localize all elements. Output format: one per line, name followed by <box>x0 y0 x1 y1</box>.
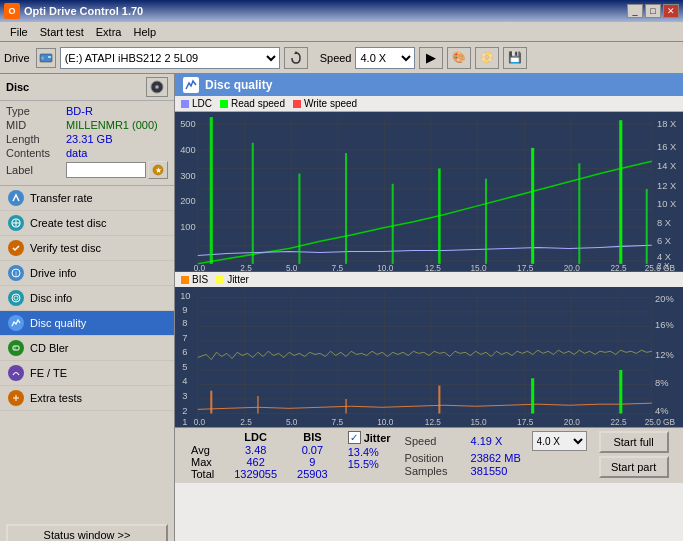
mid-value: MILLENMR1 (000) <box>66 119 158 131</box>
disc-type-row: Type BD-R <box>6 105 168 117</box>
speed-stat-label: Speed <box>405 435 465 447</box>
svg-text:12 X: 12 X <box>657 181 676 191</box>
disc-contents-row: Contents data <box>6 147 168 159</box>
nav-fe-te[interactable]: FE / TE <box>0 361 174 386</box>
upper-chart: 500 400 300 200 100 18 X 16 X 14 X 12 X … <box>175 112 683 272</box>
play-button[interactable]: ▶ <box>419 47 443 69</box>
read-speed-label: Read speed <box>231 98 285 109</box>
nav-fe-te-label: FE / TE <box>30 367 67 379</box>
left-panel: Disc Type BD-R MID MILLENMR1 (000) Lengt… <box>0 74 175 541</box>
col-header-bis: BIS <box>287 431 338 444</box>
legend-read-speed: Read speed <box>220 98 285 109</box>
nav-verify-test-disc[interactable]: Verify test disc <box>0 236 174 261</box>
nav-transfer-rate-label: Transfer rate <box>30 192 93 204</box>
svg-text:3: 3 <box>182 391 187 401</box>
svg-text:400: 400 <box>180 145 196 155</box>
jitter-avg: 13.4% <box>348 446 391 458</box>
upper-chart-legend: LDC Read speed Write speed <box>175 96 683 112</box>
maximize-button[interactable]: □ <box>645 4 661 18</box>
nav-disc-quality[interactable]: Disc quality <box>0 311 174 336</box>
svg-text:8 X: 8 X <box>657 218 671 228</box>
start-full-button[interactable]: Start full <box>599 431 669 453</box>
right-panel: Disc quality LDC Read speed Write speed <box>175 74 683 541</box>
lower-chart-legend: BIS Jitter <box>175 272 683 287</box>
drive-info-icon: i <box>8 265 24 281</box>
cd-bler-icon <box>8 340 24 356</box>
transfer-rate-icon <box>8 190 24 206</box>
menu-extra[interactable]: Extra <box>90 24 128 40</box>
disc-color-button[interactable]: 🎨 <box>447 47 471 69</box>
jitter-checkbox[interactable]: ✓ <box>348 431 361 444</box>
close-button[interactable]: ✕ <box>663 4 679 18</box>
jitter-header-row: ✓ Jitter <box>348 431 391 444</box>
svg-text:20.0: 20.0 <box>564 264 581 271</box>
minimize-button[interactable]: _ <box>627 4 643 18</box>
menu-start-test[interactable]: Start test <box>34 24 90 40</box>
start-part-button[interactable]: Start part <box>599 456 669 478</box>
extra-tests-icon <box>8 390 24 406</box>
disc-quality-button[interactable]: 📀 <box>475 47 499 69</box>
label-edit-button[interactable]: ★ <box>148 161 168 179</box>
svg-text:4: 4 <box>182 376 187 386</box>
nav-drive-info[interactable]: i Drive info <box>0 261 174 286</box>
disc-label-row: Label ★ <box>6 161 168 179</box>
speed-label: Speed <box>320 52 352 64</box>
save-button[interactable]: 💾 <box>503 47 527 69</box>
svg-point-6 <box>156 86 158 88</box>
samples-value: 381550 <box>471 465 526 477</box>
menu-help[interactable]: Help <box>127 24 162 40</box>
jitter-max: 15.5% <box>348 458 391 470</box>
total-bis: 25903 <box>287 468 338 480</box>
nav-cd-bler[interactable]: CD Bler <box>0 336 174 361</box>
nav-create-test-disc[interactable]: Create test disc <box>0 211 174 236</box>
svg-text:17.5: 17.5 <box>517 264 534 271</box>
svg-text:200: 200 <box>180 196 196 206</box>
nav-extra-tests[interactable]: Extra tests <box>0 386 174 411</box>
disc-section-header: Disc <box>0 74 174 101</box>
create-test-disc-icon <box>8 215 24 231</box>
svg-text:10: 10 <box>180 291 190 301</box>
jitter-section: ✓ Jitter 13.4% 15.5% <box>348 431 391 470</box>
svg-text:2.5: 2.5 <box>240 264 252 271</box>
disc-label: Disc <box>6 81 29 93</box>
svg-point-14 <box>12 294 20 302</box>
disc-label-key: Label <box>6 164 66 176</box>
max-label: Max <box>181 456 224 468</box>
length-value: 23.31 GB <box>66 133 112 145</box>
svg-text:8%: 8% <box>655 378 668 388</box>
status-window-button[interactable]: Status window >> <box>6 524 168 541</box>
fe-te-icon <box>8 365 24 381</box>
nav-create-test-disc-label: Create test disc <box>30 217 106 229</box>
main-content: Disc Type BD-R MID MILLENMR1 (000) Lengt… <box>0 74 683 541</box>
svg-text:16 X: 16 X <box>657 142 676 152</box>
max-ldc: 462 <box>224 456 287 468</box>
disc-label-input[interactable] <box>66 162 146 178</box>
nav-disc-quality-label: Disc quality <box>30 317 86 329</box>
mid-label: MID <box>6 119 66 131</box>
drive-refresh-button[interactable] <box>284 47 308 69</box>
nav-transfer-rate[interactable]: Transfer rate <box>0 186 174 211</box>
avg-label: Avg <box>181 444 224 456</box>
drive-select[interactable]: (E:) ATAPI iHBS212 2 5L09 <box>60 47 280 69</box>
stats-row-max: Max 462 9 <box>181 456 338 468</box>
nav-disc-info[interactable]: Disc info <box>0 286 174 311</box>
contents-label: Contents <box>6 147 66 159</box>
position-row: Position 23862 MB <box>405 452 587 464</box>
svg-text:18 X: 18 X <box>657 119 676 129</box>
stats-bar: LDC BIS Avg 3.48 0.07 Max 462 9 <box>175 427 683 483</box>
speed-select[interactable]: 4.0 X <box>355 47 415 69</box>
speed-stat-select[interactable]: 4.0 X <box>532 431 587 451</box>
drive-label: Drive <box>4 52 30 64</box>
speed-row: Speed 4.19 X 4.0 X <box>405 431 587 451</box>
svg-text:7: 7 <box>182 333 187 343</box>
disc-icon-button[interactable] <box>146 77 168 97</box>
svg-text:20.0: 20.0 <box>564 417 581 427</box>
svg-text:6 X: 6 X <box>657 236 671 246</box>
svg-text:0.0: 0.0 <box>194 264 206 271</box>
svg-text:22.5: 22.5 <box>610 264 627 271</box>
svg-text:15.0: 15.0 <box>470 417 487 427</box>
svg-text:6: 6 <box>182 347 187 357</box>
legend-jitter: Jitter <box>216 274 249 285</box>
disc-length-row: Length 23.31 GB <box>6 133 168 145</box>
menu-file[interactable]: File <box>4 24 34 40</box>
